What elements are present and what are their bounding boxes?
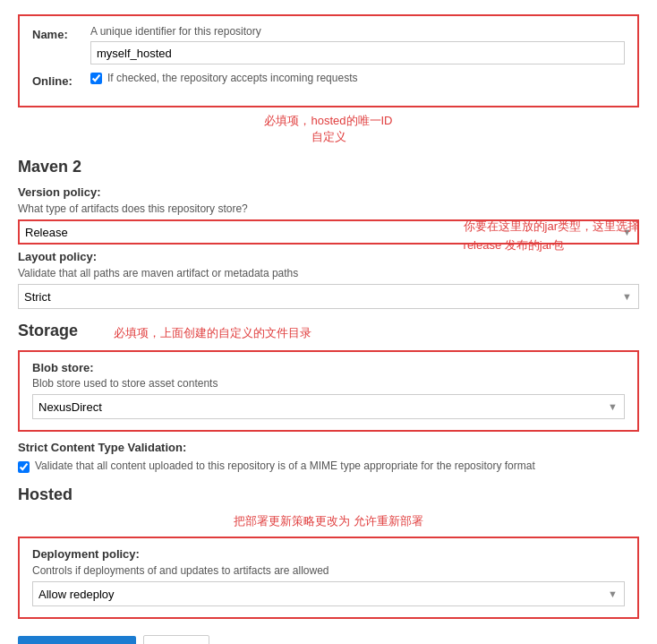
strict-content-label: Strict Content Type Validation: <box>18 441 639 454</box>
layout-policy-select-wrapper: Strict Permissive ▼ <box>18 284 639 309</box>
name-label: Name: <box>32 25 90 41</box>
strict-content-checkbox[interactable] <box>18 461 30 473</box>
version-annotation-line1: 你要在这里放的jar类型，这里选择 <box>464 218 639 236</box>
maven2-heading: Maven 2 <box>18 158 639 176</box>
online-hint: If checked, the repository accepts incom… <box>107 72 357 84</box>
storage-box: Blob store: Blob store used to store ass… <box>18 350 639 432</box>
deploy-box: Deployment policy: Controls if deploymen… <box>18 537 639 619</box>
online-field-value: If checked, the repository accepts incom… <box>90 72 625 84</box>
hosted-section: Hosted 把部署更新策略更改为 允许重新部署 Deployment poli… <box>18 485 639 619</box>
deployment-policy-select-wrapper: Allow redeploy Disable redeploy Read-onl… <box>32 581 625 606</box>
strict-content-checkbox-row: Validate that all content uploaded to th… <box>18 459 639 473</box>
blob-store-description: Blob store used to store asset contents <box>32 377 625 390</box>
strict-content-section: Strict Content Type Validation: Validate… <box>18 441 639 473</box>
deployment-policy-description: Controls if deployments of and updates t… <box>32 564 625 577</box>
deploy-annotation: 把部署更新策略更改为 允许重新部署 <box>18 513 639 529</box>
name-field-row: Name: A unique identifier for this repos… <box>32 25 625 64</box>
layout-policy-section: Layout policy: Validate that all paths a… <box>18 250 639 309</box>
storage-heading: Storage <box>18 322 78 340</box>
name-hint: A unique identifier for this repository <box>90 25 625 38</box>
create-repository-button[interactable]: Create repository <box>18 636 136 644</box>
layout-policy-description: Validate that all paths are maven artifa… <box>18 267 639 279</box>
button-row: Create repository Cancel <box>18 635 639 644</box>
top-section-box: Name: A unique identifier for this repos… <box>18 14 639 107</box>
name-field-value: A unique identifier for this repository <box>90 25 625 64</box>
version-annotation: 你要在这里放的jar类型，这里选择 release 发布的jar包 <box>464 218 639 255</box>
blob-store-select-wrapper: NexusDirect default ▼ <box>32 394 625 419</box>
cancel-button[interactable]: Cancel <box>143 635 209 644</box>
storage-annotation: 必填项，上面创建的自定义的文件目录 <box>114 325 311 341</box>
top-annotation-line1: 必填项，hosted的唯一ID <box>18 113 639 129</box>
version-policy-label: Version policy: <box>18 185 639 199</box>
storage-heading-row: Storage 必填项，上面创建的自定义的文件目录 <box>18 322 639 341</box>
strict-content-hint: Validate that all content uploaded to th… <box>35 459 535 472</box>
hosted-heading: Hosted <box>18 485 639 504</box>
version-layout-group: Version policy: What type of artifacts d… <box>18 185 639 309</box>
deployment-policy-select[interactable]: Allow redeploy Disable redeploy Read-onl… <box>32 581 625 606</box>
page-container: Name: A unique identifier for this repos… <box>0 0 657 644</box>
deployment-policy-label: Deployment policy: <box>32 547 625 561</box>
top-annotation: 必填项，hosted的唯一ID 自定义 <box>18 113 639 145</box>
online-field-row: Online: If checked, the repository accep… <box>32 72 625 88</box>
version-policy-description: What type of artifacts does this reposit… <box>18 202 639 215</box>
online-label: Online: <box>32 72 90 88</box>
layout-policy-select[interactable]: Strict Permissive <box>18 284 639 309</box>
version-annotation-line2: release 发布的jar包 <box>464 236 639 255</box>
blob-store-label: Blob store: <box>32 361 625 374</box>
online-checkbox[interactable] <box>90 73 102 84</box>
name-input[interactable] <box>90 41 625 64</box>
top-annotation-line2: 自定义 <box>18 129 639 145</box>
blob-store-select[interactable]: NexusDirect default <box>32 394 625 419</box>
